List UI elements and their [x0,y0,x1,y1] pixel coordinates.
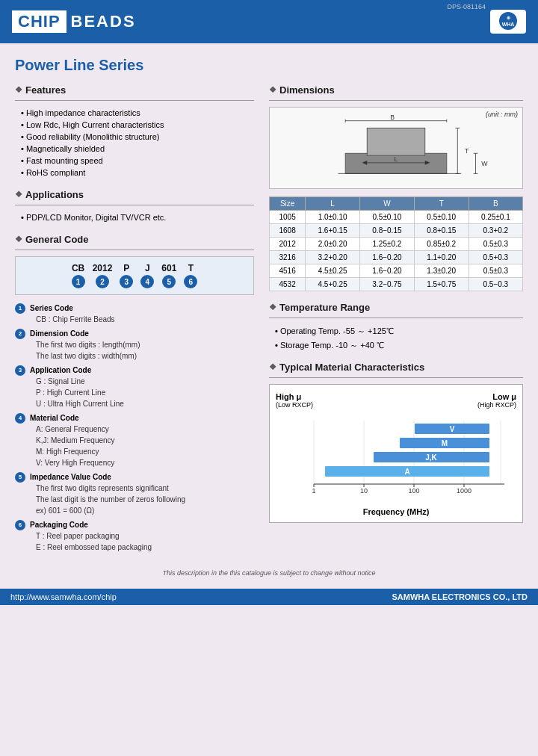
left-column: Features High impedance characteristicsL… [15,84,254,562]
table-cell: 0.8+0.15 [414,224,469,238]
code-desc-text: Material Code A: General FrequencyK,J: M… [30,412,115,468]
code-sub: The first two digits represents signific… [30,483,185,494]
table-cell: 0.25±0.1 [469,211,522,224]
table-cell: 3.2+0.20 [306,251,360,264]
code-num-circle: 6 [15,520,25,530]
code-desc-text: Packaging Code T : Reel paper packagingE… [30,519,152,553]
features-heading: Features [15,84,254,96]
feature-item: Low Rdc, High Current characteristics [21,119,254,131]
code-num-circle: 4 [15,413,25,424]
svg-text:1: 1 [312,487,315,495]
code-title: Application Code [30,365,124,376]
feature-item: Fast mounting speed [21,155,254,167]
footer: http://www.samwha.com/chip SAMWHA ELECTR… [0,589,538,605]
code-desc-item: 1 Series Code CB : Chip Ferrite Beads [15,303,254,325]
table-cell: 1608 [270,224,306,238]
table-cell: 0.5±0.10 [414,211,469,224]
table-cell: 1005 [270,211,306,224]
code-desc-item: 5 Impedance Value Code The first two dig… [15,471,254,516]
table-cell: 0.8−0.15 [360,224,415,238]
code-letter: P [120,263,133,273]
svg-text:WHA: WHA [502,22,515,27]
feature-item: Magnetically shielded [21,143,254,155]
table-cell: 2.0±0.20 [306,238,360,251]
code-sub: ex) 601 = 600 (Ω) [30,505,185,516]
code-desc-text: Dimension Code The first two digits : le… [30,328,140,362]
feature-item: Good reliability (Monolithic structure) [21,131,254,143]
dimensions-section: Dimensions (unit : mm) B [269,84,523,291]
table-cell: 1.0±0.10 [306,211,360,224]
application-item: PDP/LCD Monitor, Digital TV/VCR etc. [21,211,254,223]
code-sub: E : Reel embossed tape packaging [30,542,152,553]
features-list: High impedance characteristicsLow Rdc, H… [15,107,254,179]
svg-text:⊕: ⊕ [507,16,510,20]
table-cell: 0.5+0.3 [469,251,522,264]
code-letter: J [140,263,154,273]
code-num-circle: 2 [15,329,25,339]
doc-number: DPS-081164 [447,3,486,10]
general-code-box: CB 12012 2P 3J 4601 5T 6 [15,256,254,295]
two-column-layout: Features High impedance characteristicsL… [15,84,523,562]
table-row: 10051.0±0.100.5±0.100.5±0.100.25±0.1 [270,211,523,224]
code-part: J 4 [140,263,154,288]
svg-text:100: 100 [408,487,419,495]
svg-rect-4 [367,128,424,155]
table-header: L [306,197,360,211]
temperature-item: Storage Temp. -10 ～ +40 ℃ [275,338,523,353]
table-cell: 1.25±0.2 [360,238,415,251]
table-cell: 1.5+0.75 [414,278,469,291]
temperature-item: Operating Temp. -55 ～ +125℃ [275,324,523,338]
dimension-diagram: (unit : mm) B [269,107,523,189]
right-column: Dimensions (unit : mm) B [269,84,523,562]
chart-header: High μ (Low RXCP) Low μ (High RXCP) [276,392,516,409]
svg-text:1000: 1000 [457,487,471,495]
material-section: Typical Material Characteristics High μ … [269,362,523,523]
footer-company: SAMWHA ELECTRONICS CO., LTD [392,592,528,601]
dimensions-heading: Dimensions [269,84,523,96]
dimensions-table: SizeLWTB10051.0±0.100.5±0.100.5±0.100.25… [269,196,523,291]
code-sub: U : Ultra High Current Line [30,398,124,409]
svg-text:L: L [395,155,398,163]
features-section: Features High impedance characteristicsL… [15,84,254,179]
code-desc-text: Impedance Value Code The first two digit… [30,471,185,516]
table-header: B [469,197,522,211]
company-logo: ⊕ WHA [490,10,526,34]
chart-container: High μ (Low RXCP) Low μ (High RXCP) [269,384,523,523]
code-title: Dimension Code [30,328,140,339]
svg-text:M: M [442,439,448,447]
temperature-section: Temperature Range Operating Temp. -55 ～ … [269,302,523,353]
temperature-list: Operating Temp. -55 ～ +125℃Storage Temp.… [269,324,523,353]
code-part: T 6 [184,263,197,288]
code-sub: M: High Frequency [30,446,115,457]
table-cell: 3.2−0.75 [360,278,415,291]
code-letter: T [184,263,197,273]
code-part: 2012 2 [93,263,113,288]
code-sub: The first two digits : length(mm) [30,339,140,350]
table-header: T [414,197,469,211]
code-descriptions: 1 Series Code CB : Chip Ferrite Beads 2 … [15,303,254,553]
code-desc-text: Application Code G : Signal LineP : High… [30,365,124,409]
code-sub: P : High Current Line [30,387,124,398]
code-circle: 2 [96,275,109,288]
table-cell: 4532 [270,278,306,291]
svg-text:B: B [390,114,395,121]
code-sub: A: General Frequency [30,424,115,435]
chart-x-axis-title: Frequency (MHz) [276,507,516,516]
applications-section: Applications PDP/LCD Monitor, Digital TV… [15,189,254,223]
table-row: 45164.5±0.251.6−0.201.3±0.200.5±0.3 [270,264,523,278]
table-cell: 1.1+0.20 [414,251,469,264]
page-title: Power Line Series [15,57,523,74]
main-content: Power Line Series Features High impedanc… [0,43,538,589]
table-cell: 0.5±0.3 [469,264,522,278]
chart-right-sublabel: (High RXCP) [477,401,516,409]
code-sub: T : Reel paper packaging [30,530,152,542]
feature-item: RoHS compliant [21,167,254,179]
table-cell: 2012 [270,238,306,251]
code-sub: K,J: Medium Frequency [30,435,115,446]
temperature-heading: Temperature Range [269,302,523,313]
table-row: 32163.2+0.201.6−0.201.1+0.200.5+0.3 [270,251,523,264]
applications-heading: Applications [15,189,254,200]
table-cell: 3216 [270,251,306,264]
table-row: 16081.6+0.150.8−0.150.8+0.150.3+0.2 [270,224,523,238]
footer-url: http://www.samwha.com/chip [10,592,117,601]
